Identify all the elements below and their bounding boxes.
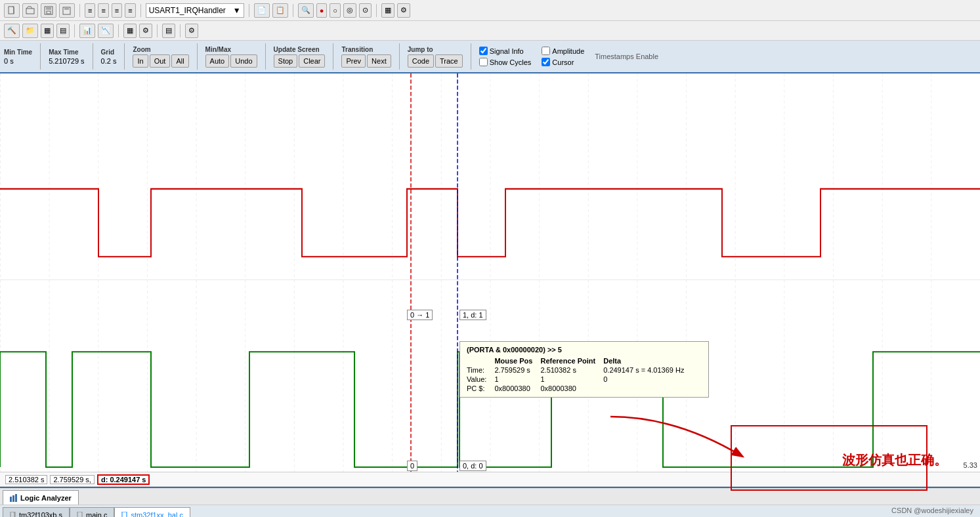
zoom-label: Zoom — [133, 46, 150, 53]
info-row-value-delta: 0 — [603, 375, 692, 384]
cursor-check[interactable]: Cursor — [542, 58, 584, 66]
info-row-value-label: Value: — [467, 375, 494, 384]
clear-btn[interactable]: Clear — [299, 54, 325, 68]
files-btn[interactable]: 📁 — [22, 24, 38, 38]
function-dropdown[interactable]: USART1_IRQHandler ▼ — [146, 3, 244, 18]
zoom-group: Zoom In Out All — [133, 46, 188, 68]
signal-info-label: Signal Info — [490, 47, 524, 55]
info-row-time-ref: 2.510382 s — [540, 365, 603, 375]
cursor-label: Cursor — [552, 58, 574, 66]
max-time-group: Max Time 5.210729 s — [49, 49, 84, 65]
zoom-in-btn[interactable]: In — [133, 54, 148, 68]
run-btn[interactable]: ● — [316, 3, 328, 18]
mouse-time-val: 2.759529 s, — [50, 475, 95, 484]
transition-group: Transition Prev Next — [341, 46, 391, 68]
info-row-time-label: Time: — [467, 365, 494, 375]
new-button[interactable] — [4, 3, 20, 18]
grid-val: 0.2 s — [101, 57, 117, 65]
svg-rect-14 — [10, 497, 12, 502]
indent-btn3[interactable]: ≡ — [112, 3, 122, 18]
info-row-pc-delta — [603, 384, 692, 393]
toolbar-separator-4 — [293, 4, 293, 17]
tb2-btn3[interactable]: ▦ — [41, 24, 54, 38]
min-time-label: Min Time — [4, 49, 32, 56]
tb2-btn5[interactable]: 📊 — [79, 24, 95, 38]
min-time-val: 0 s — [4, 57, 14, 65]
file-tab-2[interactable]: stm32f1xx_hal.c — [114, 507, 190, 517]
show-cycles-label: Show Cycles — [490, 58, 532, 66]
toolbar-top: ≡ ≡ ≡ ≡ USART1_IRQHandler ▼ 📄 📋 🔍 ● ○ ◎ … — [0, 0, 980, 21]
toolbar-secondary: 🔨 📁 ▦ ▤ 📊 📉 ▦ ⚙ ▤ ⚙ — [0, 21, 980, 41]
file-tab-2-label: stm32f1xx_hal.c — [131, 511, 182, 518]
svg-rect-18 — [77, 512, 82, 518]
tb2-btn4[interactable]: ▤ — [56, 24, 70, 38]
debug-btn2[interactable]: ⊙ — [359, 3, 372, 18]
toolbar2-sep4 — [180, 24, 181, 37]
info-box-title: (PORTA & 0x00000020) >> 5 — [467, 346, 702, 354]
signal-info-check[interactable]: Signal Info — [479, 47, 532, 55]
info-header-2: Reference Point — [540, 356, 603, 365]
transition-label: Transition — [341, 46, 373, 53]
info-row-time-delta: 0.249147 s = 4.01369 Hz — [603, 365, 692, 375]
indent-btn[interactable]: ≡ — [85, 3, 95, 18]
ctrl-sep8 — [471, 43, 471, 70]
file-tab-1-label: main.c — [86, 511, 107, 518]
update-group: Update Screen Stop Clear — [274, 46, 326, 68]
info-row-pc-mouse: 0x8000380 — [494, 384, 540, 393]
time-bar: 2.510382 s 2.759529 s, d: 0.249147 s — [0, 472, 980, 486]
search-btn[interactable]: 🔍 — [298, 3, 314, 18]
undo-btn[interactable]: Undo — [230, 54, 257, 68]
ch2-cursor-label: 0, d: 0 — [459, 461, 486, 471]
saveall-button[interactable] — [59, 3, 75, 18]
save-button[interactable] — [41, 3, 56, 18]
build-btn[interactable]: 🔨 — [4, 24, 20, 38]
prev-btn[interactable]: Prev — [341, 54, 366, 68]
ch2-bottom-label: 0 — [407, 461, 417, 471]
delta-val: d: 0.249147 s — [97, 474, 150, 485]
info-row-value: Value: 1 1 0 — [467, 375, 692, 384]
zoom-all-btn[interactable]: All — [171, 54, 188, 68]
zoom-out-btn[interactable]: Out — [150, 54, 171, 68]
settings-btn[interactable]: ⚙ — [397, 3, 410, 18]
code-btn[interactable]: Code — [408, 54, 434, 68]
indent-btn2[interactable]: ≡ — [98, 3, 108, 18]
svg-rect-6 — [64, 7, 69, 10]
transition-annotation: 0 → 1 — [407, 310, 433, 320]
waveform-svg — [0, 73, 980, 486]
svg-rect-15 — [12, 495, 14, 502]
open-button[interactable] — [22, 3, 38, 18]
file-tabs: tm32f103xb.s main.c stm32f1xx_hal.c — [0, 505, 980, 517]
indent-btn4[interactable]: ≡ — [125, 3, 135, 18]
tb2-btn8[interactable]: ⚙ — [139, 24, 152, 38]
file-btn2[interactable]: 📋 — [272, 3, 288, 18]
footer-credit: CSDN @wodeshijiexialey — [891, 507, 973, 514]
toolbar-separator-3 — [249, 4, 249, 17]
debug-btn1[interactable]: ◎ — [343, 3, 356, 18]
tb2-btn9[interactable]: ▤ — [162, 24, 175, 38]
stop-btn[interactable]: ○ — [330, 3, 341, 18]
tb2-btn7[interactable]: ▦ — [123, 24, 137, 38]
ctrl-sep5 — [265, 43, 266, 70]
bottom-tabs: Logic Analyzer — [0, 488, 980, 505]
chart-icon — [10, 494, 18, 502]
auto-btn[interactable]: Auto — [205, 54, 230, 68]
info-row-value-ref: 1 — [540, 375, 603, 384]
function-name: USART1_IRQHandler — [149, 6, 226, 15]
minmax-group: Min/Max Auto Undo — [205, 46, 257, 68]
stop-screen-btn[interactable]: Stop — [274, 54, 298, 68]
trace-btn[interactable]: Trace — [435, 54, 463, 68]
file-btn1[interactable]: 📄 — [254, 3, 270, 18]
svg-rect-1 — [26, 9, 34, 14]
file-tab-1[interactable]: main.c — [70, 507, 114, 517]
tb2-settings[interactable]: ⚙ — [185, 24, 198, 38]
show-cycles-check[interactable]: Show Cycles — [479, 58, 532, 66]
waveform-area[interactable]: 0 → 1 1, d: 1 0 0, d: 0 (PORTA & 0x00000… — [0, 73, 980, 487]
update-label: Update Screen — [274, 46, 320, 53]
next-btn[interactable]: Next — [367, 54, 391, 68]
tb2-btn6[interactable]: 📉 — [98, 24, 114, 38]
amplitude-check[interactable]: Amplitude — [542, 47, 584, 55]
logic-analyzer-tab[interactable]: Logic Analyzer — [3, 490, 79, 505]
view-btn[interactable]: ▦ — [381, 3, 394, 18]
file-tab-0[interactable]: tm32f103xb.s — [3, 507, 70, 517]
svg-rect-0 — [9, 7, 14, 14]
